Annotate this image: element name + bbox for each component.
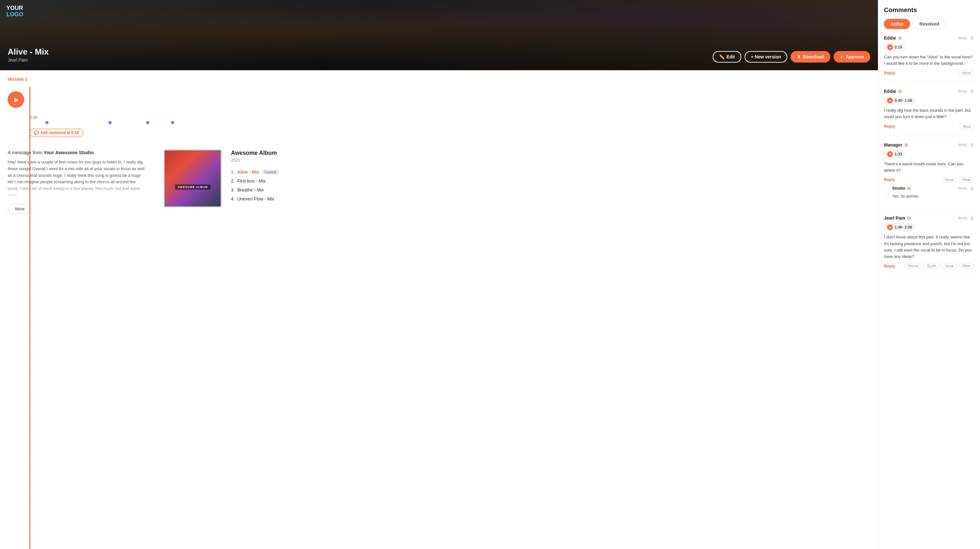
- play-button[interactable]: ▶: [8, 91, 24, 108]
- waveform[interactable]: [29, 87, 870, 112]
- comment-item: Manager ⊙ 4mos 🗑 ▶ 1:33 There's a weird …: [884, 142, 974, 209]
- reply-link[interactable]: Reply: [884, 124, 895, 129]
- timestamp-badge[interactable]: ▶ 0:45- 1:08: [884, 96, 915, 105]
- track-title: Alive - Mix: [237, 169, 259, 175]
- comment-item: Eddie ⊙ 4mos 🗑 ▶ 0:45- 1:08 I really dig…: [884, 89, 974, 136]
- reply-link[interactable]: Reply: [884, 263, 895, 268]
- track-item[interactable]: 4. Uneven Flow - Mix: [231, 195, 870, 203]
- comment-tag: Vocal: [942, 263, 957, 269]
- edit-button[interactable]: ✏️ Edit: [713, 51, 741, 62]
- comment-tag: Drums: [905, 263, 922, 269]
- comment-tags: DrumsSynthVocalOther: [905, 263, 974, 269]
- comment-dot: [108, 121, 111, 124]
- play-small-icon: ▶: [889, 46, 891, 49]
- comment-text: I don't know about this part. It really …: [884, 234, 974, 260]
- comment-meta: 4mos 🗑: [958, 142, 974, 147]
- reply-link[interactable]: Reply: [884, 177, 895, 182]
- timestamp-badge[interactable]: ▶ 1:46- 2:06: [884, 223, 915, 231]
- add-comment-bubble[interactable]: 💬 Add comment at 0:16: [29, 129, 84, 137]
- approve-button[interactable]: ✓ Approve: [834, 51, 870, 62]
- comment-tag: Vocal: [942, 177, 957, 183]
- logo-line2: LOGO: [6, 11, 23, 18]
- hero-actions: ✏️ Edit + New version ⬇ Download ✓ Appro…: [713, 51, 870, 62]
- logo-line1: YOUR: [6, 5, 23, 11]
- comments-tabs: Active Resolved: [884, 19, 974, 29]
- comment-age: 4mos: [958, 89, 967, 94]
- track-number: 1.: [231, 169, 235, 175]
- album-title: Awesome Album: [231, 150, 870, 156]
- nested-author: Studio ⊙: [892, 186, 911, 191]
- album-art-label: AWESOME ALBUM: [175, 185, 210, 190]
- comment-tag: Other: [958, 177, 974, 183]
- more-button[interactable]: More: [8, 204, 32, 214]
- tracks-list: 1. Alive - Mix Current2. First kiss - Mi…: [231, 168, 870, 203]
- comments-panel: Comments Active Resolved Eddie ⊙ 4mos 🗑 …: [878, 0, 980, 549]
- comment-tags: VocalOther: [942, 177, 974, 183]
- play-small[interactable]: ▶: [887, 151, 893, 157]
- nested-comment: Studio ⊙ 4mos 🗑 Yes, no worries.: [888, 186, 974, 199]
- comment-dot: [146, 121, 149, 124]
- delete-icon[interactable]: 🗑: [970, 215, 974, 220]
- album-art-section: AWESOME ALBUM: [154, 150, 231, 214]
- track-item[interactable]: 1. Alive - Mix Current: [231, 168, 870, 177]
- comment-item: Jearl Pam ⊙ 4mos 🗑 ▶ 1:46- 2:06 I don't …: [884, 215, 974, 276]
- comment-tags: Vocal: [959, 70, 974, 76]
- track-title: Uneven Flow - Mix: [237, 196, 274, 201]
- play-small[interactable]: ▶: [887, 98, 893, 104]
- comment-age: 4mos: [958, 186, 967, 191]
- album-art-inner: AWESOME ALBUM: [165, 151, 220, 206]
- download-button[interactable]: ⬇ Download: [791, 51, 830, 62]
- tab-active[interactable]: Active: [884, 19, 910, 29]
- track-number: 2.: [231, 179, 235, 184]
- delete-icon[interactable]: 🗑: [970, 142, 974, 147]
- tracklist: Awesome Album 2021 1. Alive - Mix Curren…: [231, 150, 870, 214]
- track-item[interactable]: 3. Breathe - Mix: [231, 185, 870, 195]
- play-small[interactable]: ▶: [887, 45, 893, 50]
- timestamp-badge[interactable]: ▶ 1:33: [884, 150, 905, 158]
- comment-author: Eddie ⊙: [884, 35, 902, 40]
- add-comment-icon: 💬: [34, 131, 39, 135]
- new-version-button[interactable]: + New version: [745, 51, 788, 62]
- comment-meta: 4mos 🗑: [958, 186, 974, 191]
- play-small[interactable]: ▶: [887, 224, 893, 230]
- comment-timestamp: 1:46- 2:06: [894, 225, 912, 230]
- comment-timestamp: 1:33: [894, 152, 902, 156]
- comment-author: Manager ⊙: [884, 142, 908, 147]
- current-timestamp: 0:16: [8, 115, 870, 120]
- verified-icon: ⊙: [907, 186, 911, 191]
- current-badge: Current: [262, 169, 279, 175]
- comment-age: 4mos: [958, 216, 967, 220]
- verified-icon: ⊙: [907, 215, 911, 220]
- comment-age: 4mos: [958, 36, 967, 40]
- comment-meta: 4mos 🗑: [958, 215, 974, 220]
- tab-resolved[interactable]: Resolved: [913, 19, 946, 29]
- message-text: Hey! Here's are a couple of first mixes …: [8, 159, 145, 199]
- delete-icon[interactable]: 🗑: [970, 186, 974, 191]
- comment-meta: 4mos 🗑: [958, 89, 974, 94]
- approve-icon: ✓: [840, 54, 844, 59]
- comment-text: Can you turn down the "Alive" in the voc…: [884, 54, 974, 67]
- delete-icon[interactable]: 🗑: [970, 89, 974, 94]
- reply-link[interactable]: Reply: [884, 70, 895, 75]
- edit-icon: ✏️: [719, 54, 724, 59]
- delete-icon[interactable]: 🗑: [970, 35, 974, 40]
- verified-icon: ⊙: [898, 89, 902, 94]
- comment-dot: [171, 121, 174, 124]
- comment-tag: Bass: [959, 123, 974, 129]
- track-item[interactable]: 2. First kiss - Mix: [231, 177, 870, 185]
- comment-tag: Vocal: [959, 70, 974, 76]
- verified-icon: ⊙: [898, 35, 902, 40]
- comment-meta: 4mos 🗑: [958, 35, 974, 40]
- comment-author: Eddie ⊙: [884, 89, 902, 94]
- waveform-container: ▶: [8, 87, 870, 112]
- comment-tag: Synth: [924, 263, 940, 269]
- track-number: 4.: [231, 196, 235, 201]
- play-small-icon: ▶: [889, 153, 891, 155]
- comment-timestamp: 0:19: [894, 45, 902, 49]
- comment-item: Eddie ⊙ 4mos 🗑 ▶ 0:19 Can you turn down …: [884, 35, 974, 82]
- verified-icon: ⊙: [904, 142, 908, 147]
- comment-age: 4mos: [958, 143, 967, 147]
- comment-tags: Bass: [959, 123, 974, 129]
- timestamp-badge[interactable]: ▶ 0:19: [884, 43, 905, 51]
- track-number: 3.: [231, 187, 235, 193]
